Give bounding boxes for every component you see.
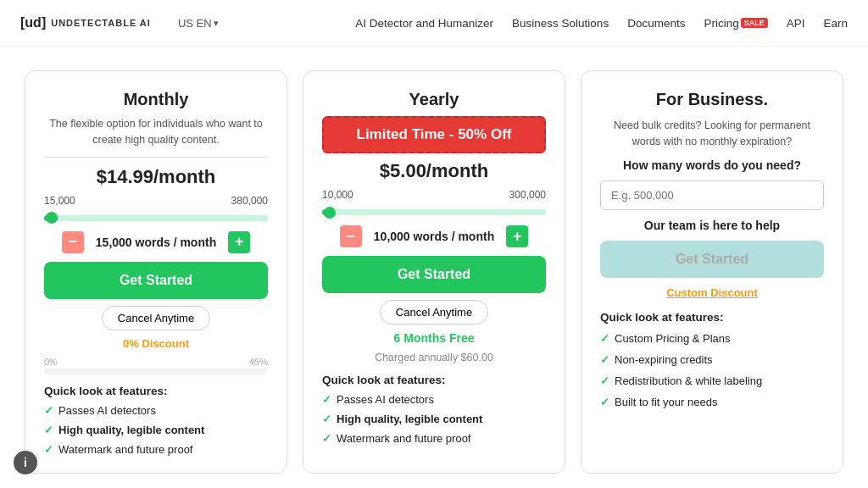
monthly-features-title: Quick look at features: — [44, 385, 268, 397]
yearly-card: Yearly Limited Time - 50% Off $5.00/mont… — [303, 70, 565, 474]
monthly-word-control: − 15,000 words / month + — [44, 231, 268, 253]
yearly-price: $5.00/month — [322, 160, 546, 182]
monthly-words-label: 15,000 words / month — [96, 236, 216, 249]
business-title: For Business. — [600, 90, 824, 109]
yearly-words-label: 10,000 words / month — [374, 230, 494, 243]
yearly-title: Yearly — [322, 90, 546, 109]
monthly-slider[interactable] — [44, 215, 268, 221]
yearly-cancel-button[interactable]: Cancel Anytime — [380, 300, 488, 324]
check-icon: ✓ — [600, 353, 609, 366]
yearly-feature-3: ✓ Watermark and future proof — [322, 432, 546, 445]
monthly-discount-text: 0% Discount — [44, 337, 268, 350]
chevron-down-icon: ▾ — [214, 18, 219, 29]
logo-bracket: [ud] — [20, 15, 46, 30]
check-icon: ✓ — [322, 432, 331, 445]
monthly-feature-1: ✓ Passes AI detectors — [44, 404, 268, 417]
monthly-divider — [44, 157, 268, 158]
yearly-slider[interactable] — [322, 209, 546, 215]
business-features-title: Quick look at features: — [600, 311, 824, 324]
nav-link-api[interactable]: API — [787, 17, 805, 30]
nav-links: AI Detector and Humanizer Business Solut… — [355, 17, 848, 30]
business-feature-2: ✓ Non-expiring credits — [600, 353, 824, 366]
monthly-feature-3: ✓ Watermark and future proof — [44, 443, 268, 456]
nav-link-ai-detector[interactable]: AI Detector and Humanizer — [355, 17, 493, 30]
check-icon: ✓ — [322, 393, 331, 406]
monthly-plus-button[interactable]: + — [228, 231, 250, 253]
check-icon: ✓ — [44, 443, 53, 456]
logo[interactable]: [ud] UNDETECTABLE AI — [20, 15, 151, 30]
sale-badge: SALE — [741, 18, 768, 28]
check-icon: ✓ — [600, 396, 609, 408]
monthly-minus-button[interactable]: − — [62, 231, 84, 253]
monthly-get-started-button[interactable]: Get Started — [44, 262, 268, 299]
yearly-features-title: Quick look at features: — [322, 374, 546, 386]
yearly-plus-button[interactable]: + — [506, 225, 528, 247]
pricing-section: Monthly The flexible option for individu… — [0, 47, 868, 488]
yearly-limited-banner: Limited Time - 50% Off — [322, 116, 546, 153]
nav-link-pricing[interactable]: Pricing SALE — [704, 17, 767, 30]
check-icon: ✓ — [44, 404, 53, 417]
monthly-feature-2: ✓ High quality, legible content — [44, 424, 268, 436]
monthly-title: Monthly — [44, 90, 268, 109]
business-feature-3: ✓ Redistribution & white labeling — [600, 374, 824, 387]
monthly-cancel-button[interactable]: Cancel Anytime — [102, 306, 210, 330]
check-icon: ✓ — [322, 413, 331, 425]
check-icon: ✓ — [600, 374, 609, 387]
business-input-label: How many words do you need? — [600, 158, 824, 172]
info-icon[interactable]: i — [14, 451, 37, 474]
monthly-subtitle: The flexible option for individuals who … — [44, 116, 268, 148]
business-feature-4: ✓ Built to fit your needs — [600, 396, 824, 408]
monthly-range-labels: 15,000 380,000 — [44, 195, 268, 207]
check-icon: ✓ — [44, 424, 53, 436]
yearly-charged-annually: Charged annually $60.00 — [322, 352, 546, 363]
yearly-word-control: − 10,000 words / month + — [322, 225, 546, 247]
nav-lang[interactable]: US EN ▾ — [178, 17, 219, 30]
yearly-get-started-button[interactable]: Get Started — [322, 256, 546, 293]
monthly-card: Monthly The flexible option for individu… — [25, 70, 287, 474]
check-icon: ✓ — [600, 332, 609, 345]
nav-link-business[interactable]: Business Solutions — [512, 17, 609, 30]
nav-link-earn[interactable]: Earn — [823, 17, 848, 30]
navbar: [ud] UNDETECTABLE AI US EN ▾ AI Detector… — [0, 0, 868, 47]
business-team-help: Our team is here to help — [600, 219, 824, 232]
yearly-feature-1: ✓ Passes AI detectors — [322, 393, 546, 406]
business-subtitle: Need bulk credits? Looking for permanent… — [600, 118, 824, 150]
business-get-started-button[interactable]: Get Started — [600, 241, 824, 278]
business-word-input[interactable] — [600, 180, 824, 210]
yearly-minus-button[interactable]: − — [340, 225, 362, 247]
business-card: For Business. Need bulk credits? Looking… — [581, 70, 843, 474]
yearly-feature-2: ✓ High quality, legible content — [322, 413, 546, 425]
logo-brand: UNDETECTABLE AI — [51, 18, 151, 28]
yearly-range-labels: 10,000 300,000 — [322, 189, 546, 201]
monthly-price: $14.99/month — [44, 166, 268, 188]
nav-link-documents[interactable]: Documents — [627, 17, 685, 30]
business-feature-1: ✓ Custom Pricing & Plans — [600, 332, 824, 345]
monthly-discount-bar-container: 0% 45% — [44, 357, 268, 374]
yearly-months-free: 6 Months Free — [322, 331, 546, 345]
business-custom-discount[interactable]: Custom Discount — [600, 286, 824, 299]
